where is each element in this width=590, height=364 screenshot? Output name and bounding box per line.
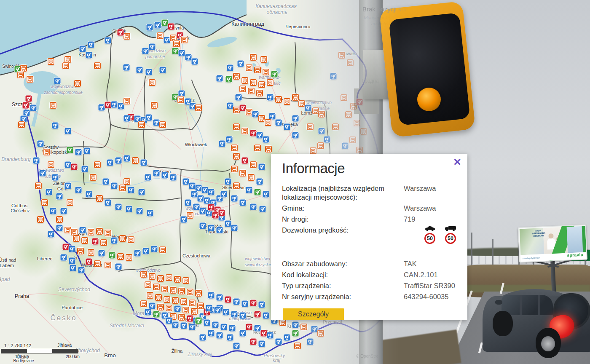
map-marker-speed-camera[interactable] [115, 264, 122, 270]
map-marker-vehicle-check[interactable] [100, 239, 107, 246]
map-marker-speed-camera[interactable] [145, 309, 151, 316]
map-marker-speed-camera[interactable] [227, 65, 233, 71]
map-marker-speed-camera[interactable] [192, 59, 198, 65]
map-marker-vehicle-check[interactable] [248, 174, 255, 181]
details-button[interactable]: Szczegóły [283, 308, 344, 320]
map-marker-camera-green[interactable] [226, 76, 232, 83]
map-marker-vehicle-check[interactable] [77, 248, 84, 254]
map-marker-vehicle-check[interactable] [248, 88, 255, 94]
map-marker-speed-camera[interactable] [226, 136, 233, 143]
map-marker-speed-camera[interactable] [269, 113, 276, 120]
map-marker-red-light-camera[interactable] [23, 102, 29, 109]
map-marker-speed-camera[interactable] [84, 148, 90, 154]
map-marker-vehicle-check[interactable] [18, 121, 25, 128]
map-marker-vehicle-check[interactable] [195, 290, 202, 297]
map-marker-speed-camera[interactable] [263, 313, 269, 319]
map-marker-speed-camera[interactable] [30, 105, 37, 111]
map-marker-speed-camera[interactable] [146, 69, 152, 75]
map-marker-speed-camera[interactable] [229, 325, 236, 332]
map-marker-vehicle-check[interactable] [90, 174, 97, 181]
map-marker-red-light-camera[interactable] [105, 102, 111, 108]
map-marker-speed-camera[interactable] [240, 313, 246, 319]
map-marker-vehicle-check[interactable] [105, 230, 111, 236]
map-marker-vehicle-check[interactable] [96, 228, 103, 235]
map-marker-speed-camera[interactable] [284, 335, 290, 341]
map-marker-speed-camera[interactable] [48, 231, 54, 238]
map-marker-camera-green[interactable] [255, 189, 261, 195]
map-marker-red-light-camera[interactable] [86, 259, 92, 265]
map-marker-speed-camera[interactable] [246, 187, 252, 193]
map-marker-red-light-camera[interactable] [168, 24, 174, 30]
map-marker-speed-camera[interactable] [38, 141, 44, 147]
map-marker-speed-camera[interactable] [118, 103, 124, 110]
map-marker-vehicle-check[interactable] [145, 281, 151, 288]
map-marker-red-light-camera[interactable] [208, 204, 215, 211]
map-marker-vehicle-check[interactable] [94, 161, 101, 168]
map-marker-red-light-camera[interactable] [240, 105, 246, 111]
map-marker-vehicle-check[interactable] [73, 235, 80, 242]
map-marker-speed-camera[interactable] [111, 102, 118, 108]
close-icon[interactable]: ✕ [453, 157, 461, 167]
map-marker-speed-camera[interactable] [40, 170, 46, 177]
map-marker-red-light-camera[interactable] [118, 29, 124, 36]
map-marker-speed-camera[interactable] [80, 227, 86, 233]
map-marker-speed-camera[interactable] [215, 307, 221, 313]
map-marker-vehicle-check[interactable] [123, 98, 130, 104]
map-marker-vehicle-check[interactable] [195, 104, 202, 111]
map-marker-speed-camera[interactable] [153, 170, 160, 177]
map-marker-speed-camera[interactable] [115, 204, 122, 210]
map-marker-speed-camera[interactable] [141, 160, 147, 166]
map-marker-speed-camera[interactable] [137, 208, 143, 214]
map-marker-speed-camera[interactable] [24, 110, 30, 116]
map-marker-speed-camera[interactable] [204, 198, 210, 204]
map-marker-vehicle-check[interactable] [48, 161, 54, 168]
map-marker-vehicle-check[interactable] [48, 58, 54, 65]
map-marker-vehicle-check[interactable] [81, 237, 88, 244]
map-marker-vehicle-check[interactable] [164, 296, 170, 303]
map-marker-vehicle-check[interactable] [260, 56, 267, 63]
map-marker-speed-camera[interactable] [88, 42, 94, 48]
map-marker-speed-camera[interactable] [145, 174, 151, 181]
map-marker-speed-camera[interactable] [181, 217, 187, 223]
map-marker-speed-camera[interactable] [191, 191, 198, 198]
map-marker-vehicle-check[interactable] [187, 212, 193, 219]
map-marker-vehicle-check[interactable] [250, 79, 257, 86]
map-marker-red-light-camera[interactable] [219, 210, 225, 216]
map-marker-red-light-camera[interactable] [250, 130, 257, 136]
map-marker-vehicle-check[interactable] [180, 298, 187, 305]
map-marker-camera-green[interactable] [196, 318, 202, 324]
map-marker-speed-camera[interactable] [233, 299, 240, 305]
map-marker-speed-camera[interactable] [206, 210, 212, 217]
map-marker-speed-camera[interactable] [200, 223, 206, 229]
map-marker-vehicle-check[interactable] [265, 146, 272, 153]
map-marker-vehicle-check[interactable] [151, 102, 158, 109]
map-marker-speed-camera[interactable] [75, 187, 82, 193]
map-marker-vehicle-check[interactable] [64, 56, 71, 63]
map-marker-vehicle-check[interactable] [132, 157, 139, 164]
map-marker-speed-camera[interactable] [231, 225, 238, 231]
map-marker-speed-camera[interactable] [257, 179, 263, 185]
map-marker-vehicle-check[interactable] [56, 216, 63, 223]
map-marker-vehicle-check[interactable] [62, 62, 69, 69]
map-marker-speed-camera[interactable] [164, 37, 170, 43]
map-marker-vehicle-check[interactable] [35, 182, 42, 189]
map-marker-speed-camera[interactable] [65, 128, 71, 134]
map-marker-vehicle-check[interactable] [96, 195, 103, 202]
map-marker-speed-camera[interactable] [61, 208, 67, 214]
map-marker-red-light-camera[interactable] [261, 330, 267, 337]
map-marker-speed-camera[interactable] [54, 78, 61, 84]
map-marker-speed-camera[interactable] [217, 294, 223, 301]
map-marker-speed-camera[interactable] [208, 292, 215, 299]
map-marker-vehicle-check[interactable] [172, 297, 179, 304]
map-marker-speed-camera[interactable] [70, 265, 76, 271]
map-marker-vehicle-check[interactable] [140, 300, 147, 307]
map-marker-speed-camera[interactable] [198, 195, 204, 202]
map-marker-vehicle-check[interactable] [263, 69, 269, 75]
map-marker-vehicle-check[interactable] [27, 76, 33, 83]
map-marker-vehicle-check[interactable] [128, 236, 134, 243]
map-marker-speed-camera[interactable] [227, 103, 233, 109]
map-marker-speed-camera[interactable] [238, 61, 244, 67]
map-marker-vehicle-check[interactable] [123, 178, 130, 185]
map-marker-vehicle-check[interactable] [246, 109, 252, 115]
map-marker-vehicle-check[interactable] [88, 229, 94, 236]
